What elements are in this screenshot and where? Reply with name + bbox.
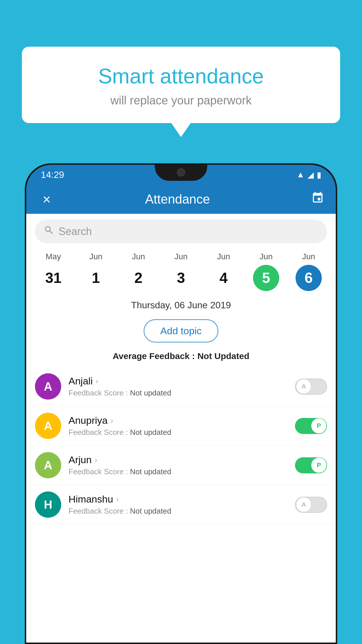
app-bar: × Attendance bbox=[26, 185, 336, 214]
student-row[interactable]: HHimanshu ›Feedback Score : Not updatedA bbox=[26, 485, 336, 524]
cal-month-label: Jun bbox=[132, 252, 145, 261]
cal-day-3[interactable]: Jun3 bbox=[164, 252, 198, 291]
signal-icon: ◢ bbox=[307, 170, 314, 180]
selected-date: Thursday, 06 June 2019 bbox=[26, 297, 336, 314]
student-name: Anjali › bbox=[68, 375, 288, 387]
cal-day-1[interactable]: Jun1 bbox=[78, 252, 113, 291]
cal-month-label: May bbox=[46, 252, 61, 261]
status-icons: ▲ ◢ ▮ bbox=[296, 170, 321, 180]
wifi-icon: ▲ bbox=[296, 170, 305, 179]
student-list: AAnjali ›Feedback Score : Not updatedAAA… bbox=[26, 367, 336, 524]
cal-month-label: Jun bbox=[89, 252, 102, 261]
toggle-knob: P bbox=[311, 458, 326, 473]
toggle-knob: A bbox=[296, 379, 311, 394]
avg-feedback-label: Average Feedback : bbox=[113, 351, 195, 361]
cal-month-label: Jun bbox=[302, 252, 315, 261]
calendar-icon[interactable] bbox=[311, 191, 324, 207]
student-info: Himanshu ›Feedback Score : Not updated bbox=[68, 494, 288, 516]
student-row[interactable]: AAnjali ›Feedback Score : Not updatedA bbox=[26, 367, 336, 406]
battery-icon: ▮ bbox=[317, 170, 321, 180]
cal-day-5[interactable]: Jun5 bbox=[249, 252, 284, 291]
average-feedback: Average Feedback : Not Updated bbox=[26, 348, 336, 367]
student-row[interactable]: AArjun ›Feedback Score : Not updatedP bbox=[26, 446, 336, 485]
phone-frame: 14:29 ▲ ◢ ▮ × Attendance bbox=[25, 163, 337, 644]
cal-day-4[interactable]: Jun4 bbox=[206, 252, 241, 291]
screen-content: Search May31Jun1Jun2Jun3Jun4Jun5Jun6 Thu… bbox=[26, 214, 336, 643]
cal-month-label: Jun bbox=[259, 252, 273, 261]
avatar: A bbox=[35, 452, 61, 478]
cal-month-label: Jun bbox=[217, 252, 230, 261]
cal-date-number: 5 bbox=[253, 265, 279, 291]
student-name: Himanshu › bbox=[68, 494, 288, 505]
toggle-knob: P bbox=[311, 418, 326, 433]
student-info: Arjun ›Feedback Score : Not updated bbox=[68, 454, 288, 476]
cal-month-label: Jun bbox=[174, 252, 187, 261]
search-bar: Search bbox=[26, 214, 336, 249]
attendance-toggle[interactable]: P bbox=[295, 457, 327, 473]
app-bar-title: Attendance bbox=[44, 192, 311, 206]
chevron-icon: › bbox=[110, 416, 113, 425]
avatar: A bbox=[35, 373, 61, 400]
cal-date-number: 2 bbox=[125, 265, 152, 291]
student-feedback: Feedback Score : Not updated bbox=[68, 507, 288, 516]
student-name: Anupriya › bbox=[68, 415, 288, 426]
attendance-toggle[interactable]: A bbox=[295, 379, 327, 395]
speech-bubble-container: Smart attendance will replace your paper… bbox=[22, 47, 340, 123]
avatar: H bbox=[35, 491, 61, 518]
speech-bubble: Smart attendance will replace your paper… bbox=[22, 47, 340, 123]
student-feedback: Feedback Score : Not updated bbox=[68, 388, 288, 398]
search-icon bbox=[44, 225, 54, 238]
bubble-subtitle: will replace your paperwork bbox=[36, 94, 326, 107]
student-feedback: Feedback Score : Not updated bbox=[68, 428, 288, 437]
avg-feedback-value: Not Updated bbox=[197, 351, 249, 361]
calendar-strip: May31Jun1Jun2Jun3Jun4Jun5Jun6 bbox=[26, 249, 336, 297]
student-feedback: Feedback Score : Not updated bbox=[68, 467, 288, 476]
search-input-wrap[interactable]: Search bbox=[35, 220, 327, 243]
student-info: Anupriya ›Feedback Score : Not updated bbox=[68, 415, 288, 437]
search-placeholder: Search bbox=[59, 225, 92, 238]
chevron-icon: › bbox=[94, 455, 97, 465]
cal-day-6[interactable]: Jun6 bbox=[291, 252, 326, 291]
cal-date-number: 4 bbox=[210, 265, 237, 291]
cal-day-0[interactable]: May31 bbox=[36, 252, 71, 291]
cal-date-number: 3 bbox=[168, 265, 194, 291]
add-topic-button[interactable]: Add topic bbox=[144, 319, 218, 342]
student-row[interactable]: AAnupriya ›Feedback Score : Not updatedP bbox=[26, 406, 336, 446]
cal-day-2[interactable]: Jun2 bbox=[121, 252, 156, 291]
bubble-title: Smart attendance bbox=[36, 64, 326, 88]
cal-date-number: 1 bbox=[83, 265, 109, 291]
front-camera bbox=[177, 168, 185, 176]
cal-date-number: 6 bbox=[296, 265, 322, 291]
student-info: Anjali ›Feedback Score : Not updated bbox=[68, 375, 288, 398]
avatar: A bbox=[35, 413, 61, 439]
status-time: 14:29 bbox=[41, 169, 64, 180]
chevron-icon: › bbox=[96, 377, 98, 386]
chevron-icon: › bbox=[116, 495, 119, 504]
toggle-knob: A bbox=[296, 497, 311, 512]
attendance-toggle[interactable]: A bbox=[295, 497, 327, 513]
cal-date-number: 31 bbox=[40, 265, 66, 291]
attendance-toggle[interactable]: P bbox=[295, 418, 327, 434]
phone-notch bbox=[155, 165, 207, 181]
phone-inner: 14:29 ▲ ◢ ▮ × Attendance bbox=[26, 165, 336, 643]
student-name: Arjun › bbox=[68, 454, 288, 466]
